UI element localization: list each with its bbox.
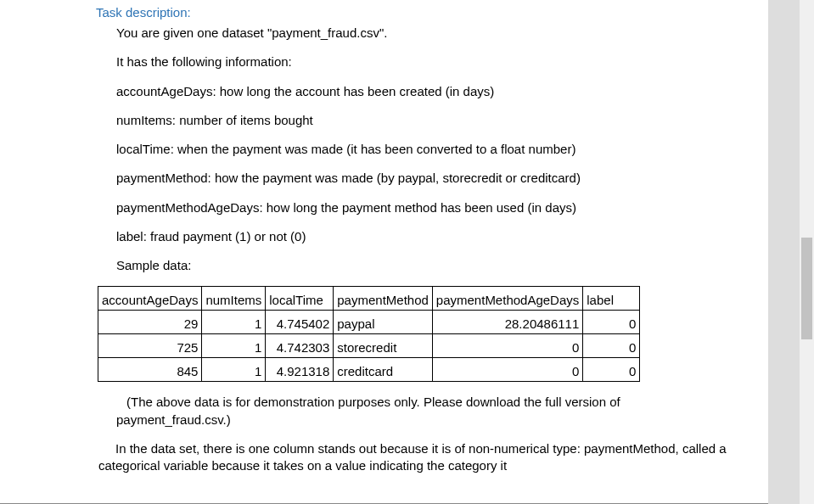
paragraph-paymentMethodAgeDays: paymentMethodAgeDays: how long the payme… bbox=[116, 199, 734, 216]
header-accountAgeDays: accountAgeDays bbox=[98, 287, 202, 311]
paragraph-sample-data: Sample data: bbox=[116, 257, 734, 274]
cell-paymentMethodAgeDays: 0 bbox=[432, 358, 582, 382]
cell-accountAgeDays: 845 bbox=[98, 358, 202, 382]
cell-localTime: 4.921318 bbox=[266, 358, 334, 382]
cell-paymentMethod: creditcard bbox=[334, 358, 433, 382]
paragraph-accountAgeDays: accountAgeDays: how long the account has… bbox=[116, 83, 734, 100]
section-title: Task description: bbox=[96, 5, 734, 20]
paragraph-label: label: fraud payment (1) or not (0) bbox=[116, 228, 734, 245]
paragraph-continuation: In the data set, there is one column sta… bbox=[98, 440, 734, 475]
document-page: Task description: You are given one data… bbox=[0, 0, 768, 504]
paragraph-numItems: numItems: number of items bought bbox=[116, 112, 734, 129]
paragraph-localTime: localTime: when the payment was made (it… bbox=[116, 141, 734, 158]
cell-label: 0 bbox=[583, 311, 640, 334]
cell-paymentMethodAgeDays: 28.20486111 bbox=[432, 311, 582, 334]
vertical-scrollbar-track[interactable] bbox=[800, 0, 814, 504]
cell-localTime: 4.745402 bbox=[266, 311, 334, 334]
cell-numItems: 1 bbox=[202, 334, 266, 358]
table-row: 725 1 4.742303 storecredit 0 0 bbox=[98, 334, 640, 358]
header-paymentMethodAgeDays: paymentMethodAgeDays bbox=[432, 287, 582, 311]
paragraph-note: (The above data is for demonstration pur… bbox=[116, 394, 734, 428]
header-numItems: numItems bbox=[202, 287, 266, 311]
vertical-scrollbar-thumb[interactable] bbox=[801, 238, 812, 339]
cell-paymentMethod: paypal bbox=[334, 311, 433, 334]
table-row: 29 1 4.745402 paypal 28.20486111 0 bbox=[98, 311, 640, 334]
table-row: 845 1 4.921318 creditcard 0 0 bbox=[98, 358, 640, 382]
table-header-row: accountAgeDays numItems localTime paymen… bbox=[98, 287, 640, 311]
cell-label: 0 bbox=[583, 358, 640, 382]
paragraph-has-info: It has the following information: bbox=[116, 53, 734, 70]
cell-accountAgeDays: 725 bbox=[98, 334, 202, 358]
header-paymentMethod: paymentMethod bbox=[334, 287, 433, 311]
cell-localTime: 4.742303 bbox=[266, 334, 334, 358]
cell-paymentMethod: storecredit bbox=[334, 334, 433, 358]
task-description-block: You are given one dataset "payment_fraud… bbox=[98, 25, 734, 274]
document-content: Task description: You are given one data… bbox=[0, 0, 768, 474]
cell-paymentMethodAgeDays: 0 bbox=[432, 334, 582, 358]
cell-numItems: 1 bbox=[202, 358, 266, 382]
scrollbar-gutter bbox=[768, 0, 814, 504]
paragraph-intro: You are given one dataset "payment_fraud… bbox=[116, 25, 734, 42]
header-localTime: localTime bbox=[266, 287, 334, 311]
header-label: label bbox=[583, 287, 640, 311]
sample-data-table: accountAgeDays numItems localTime paymen… bbox=[98, 286, 640, 382]
cell-label: 0 bbox=[583, 334, 640, 358]
paragraph-paymentMethod: paymentMethod: how the payment was made … bbox=[116, 170, 734, 187]
cell-accountAgeDays: 29 bbox=[98, 311, 202, 334]
cell-numItems: 1 bbox=[202, 311, 266, 334]
